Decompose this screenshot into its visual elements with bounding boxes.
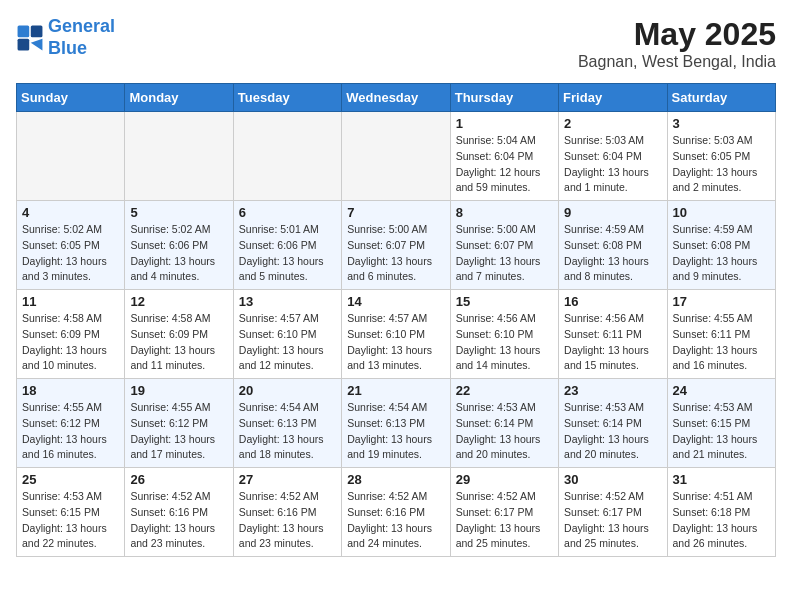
calendar-week-row: 1Sunrise: 5:04 AMSunset: 6:04 PMDaylight… [17,112,776,201]
day-info-line: Sunset: 6:05 PM [673,149,770,165]
day-info-line: Sunrise: 4:59 AM [673,222,770,238]
logo-line2: Blue [48,38,87,58]
day-info-line: Sunset: 6:13 PM [347,416,444,432]
day-info-line: Sunrise: 4:52 AM [130,489,227,505]
day-info-line: Daylight: 13 hours and 25 minutes. [456,521,553,553]
day-info-line: Sunset: 6:15 PM [22,505,119,521]
day-info-line: Sunset: 6:15 PM [673,416,770,432]
day-info-line: Sunrise: 4:55 AM [22,400,119,416]
day-info-line: Sunset: 6:12 PM [130,416,227,432]
day-info-line: Daylight: 13 hours and 2 minutes. [673,165,770,197]
day-number: 26 [130,472,227,487]
day-number: 3 [673,116,770,131]
calendar-week-row: 18Sunrise: 4:55 AMSunset: 6:12 PMDayligh… [17,379,776,468]
day-info-line: Daylight: 13 hours and 15 minutes. [564,343,661,375]
svg-rect-2 [18,38,30,50]
day-info-line: Daylight: 13 hours and 22 minutes. [22,521,119,553]
day-info-line: Daylight: 13 hours and 17 minutes. [130,432,227,464]
calendar-day-cell: 23Sunrise: 4:53 AMSunset: 6:14 PMDayligh… [559,379,667,468]
day-number: 31 [673,472,770,487]
day-info-line: Daylight: 13 hours and 10 minutes. [22,343,119,375]
svg-marker-3 [31,38,43,50]
day-number: 5 [130,205,227,220]
calendar-day-cell: 10Sunrise: 4:59 AMSunset: 6:08 PMDayligh… [667,201,775,290]
day-info-line: Sunset: 6:08 PM [564,238,661,254]
day-info-line: Sunset: 6:09 PM [130,327,227,343]
day-info-line: Sunrise: 4:51 AM [673,489,770,505]
day-info-line: Daylight: 13 hours and 11 minutes. [130,343,227,375]
day-number: 17 [673,294,770,309]
day-info-line: Daylight: 12 hours and 59 minutes. [456,165,553,197]
svg-rect-0 [18,25,30,37]
day-info-line: Sunset: 6:12 PM [22,416,119,432]
day-info-line: Sunset: 6:06 PM [130,238,227,254]
calendar-day-cell: 7Sunrise: 5:00 AMSunset: 6:07 PMDaylight… [342,201,450,290]
day-info-line: Sunset: 6:08 PM [673,238,770,254]
day-number: 8 [456,205,553,220]
day-info-line: Sunrise: 4:55 AM [673,311,770,327]
calendar-day-cell: 8Sunrise: 5:00 AMSunset: 6:07 PMDaylight… [450,201,558,290]
calendar-day-cell: 1Sunrise: 5:04 AMSunset: 6:04 PMDaylight… [450,112,558,201]
day-info-line: Sunset: 6:05 PM [22,238,119,254]
day-info-line: Sunrise: 4:59 AM [564,222,661,238]
day-info-line: Daylight: 13 hours and 7 minutes. [456,254,553,286]
day-info-line: Daylight: 13 hours and 23 minutes. [130,521,227,553]
day-info-line: Sunrise: 4:56 AM [456,311,553,327]
day-number: 30 [564,472,661,487]
day-number: 24 [673,383,770,398]
day-info-line: Daylight: 13 hours and 6 minutes. [347,254,444,286]
page-title: May 2025 [578,16,776,53]
day-info-line: Sunrise: 4:53 AM [564,400,661,416]
day-info-line: Sunrise: 4:56 AM [564,311,661,327]
day-info-line: Sunset: 6:16 PM [347,505,444,521]
day-info-line: Daylight: 13 hours and 21 minutes. [673,432,770,464]
calendar-header-row: SundayMondayTuesdayWednesdayThursdayFrid… [17,84,776,112]
day-of-week-header: Saturday [667,84,775,112]
day-number: 18 [22,383,119,398]
day-info-line: Sunrise: 5:00 AM [347,222,444,238]
day-number: 11 [22,294,119,309]
day-number: 7 [347,205,444,220]
calendar-day-cell: 16Sunrise: 4:56 AMSunset: 6:11 PMDayligh… [559,290,667,379]
page-header: General Blue May 2025 Bagnan, West Benga… [16,16,776,71]
calendar-day-cell: 6Sunrise: 5:01 AMSunset: 6:06 PMDaylight… [233,201,341,290]
day-number: 6 [239,205,336,220]
day-info-line: Daylight: 13 hours and 18 minutes. [239,432,336,464]
calendar-day-cell: 21Sunrise: 4:54 AMSunset: 6:13 PMDayligh… [342,379,450,468]
calendar-day-cell: 25Sunrise: 4:53 AMSunset: 6:15 PMDayligh… [17,468,125,557]
day-info-line: Daylight: 13 hours and 5 minutes. [239,254,336,286]
day-info-line: Sunset: 6:16 PM [239,505,336,521]
day-info-line: Sunset: 6:11 PM [673,327,770,343]
day-number: 22 [456,383,553,398]
day-number: 28 [347,472,444,487]
day-info-line: Daylight: 13 hours and 1 minute. [564,165,661,197]
svg-rect-1 [31,25,43,37]
day-number: 25 [22,472,119,487]
day-of-week-header: Sunday [17,84,125,112]
day-number: 2 [564,116,661,131]
day-info-line: Daylight: 13 hours and 20 minutes. [456,432,553,464]
day-info-line: Sunrise: 4:52 AM [239,489,336,505]
day-info-line: Daylight: 13 hours and 3 minutes. [22,254,119,286]
day-number: 19 [130,383,227,398]
page-subtitle: Bagnan, West Bengal, India [578,53,776,71]
logo-icon [16,24,44,52]
logo-text: General Blue [48,16,115,59]
day-number: 23 [564,383,661,398]
calendar-week-row: 11Sunrise: 4:58 AMSunset: 6:09 PMDayligh… [17,290,776,379]
logo: General Blue [16,16,115,59]
day-info-line: Sunset: 6:10 PM [347,327,444,343]
day-number: 4 [22,205,119,220]
day-number: 13 [239,294,336,309]
calendar-day-cell: 20Sunrise: 4:54 AMSunset: 6:13 PMDayligh… [233,379,341,468]
calendar-day-cell: 24Sunrise: 4:53 AMSunset: 6:15 PMDayligh… [667,379,775,468]
calendar-day-cell: 26Sunrise: 4:52 AMSunset: 6:16 PMDayligh… [125,468,233,557]
day-info-line: Daylight: 13 hours and 4 minutes. [130,254,227,286]
calendar-day-cell: 22Sunrise: 4:53 AMSunset: 6:14 PMDayligh… [450,379,558,468]
title-block: May 2025 Bagnan, West Bengal, India [578,16,776,71]
day-info-line: Sunset: 6:04 PM [564,149,661,165]
day-info-line: Daylight: 13 hours and 16 minutes. [22,432,119,464]
day-info-line: Daylight: 13 hours and 8 minutes. [564,254,661,286]
day-info-line: Sunrise: 5:01 AM [239,222,336,238]
day-of-week-header: Thursday [450,84,558,112]
